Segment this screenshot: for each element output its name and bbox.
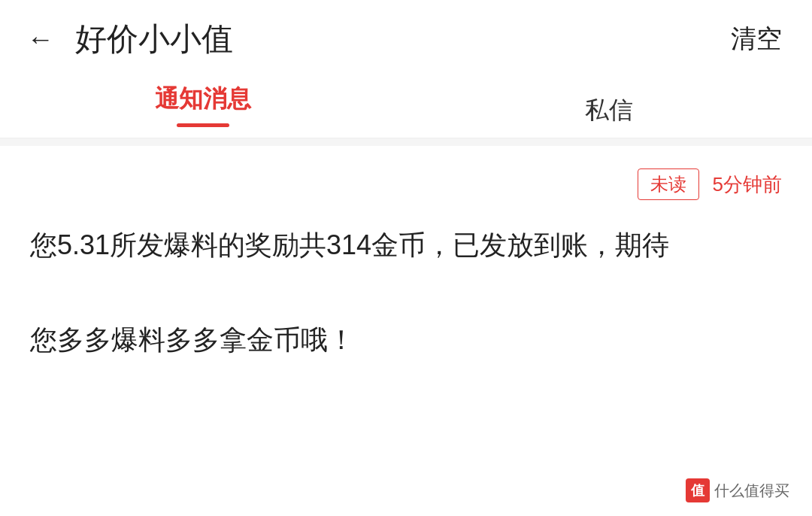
tab-private-label: 私信: [585, 94, 633, 127]
logo-icon: 值: [686, 478, 710, 502]
header: ← 好价小小值 清空: [0, 0, 812, 75]
tabs-container: 通知消息 私信: [0, 83, 812, 138]
message-body: 您5.31所发爆料的奖励共314金币，已发放到账，期待您多多爆料多多拿金币哦！: [30, 221, 782, 363]
watermark-logo: 值 什么值得买: [686, 478, 789, 502]
message-container: 未读 5分钟前 您5.31所发爆料的奖励共314金币，已发放到账，期待您多多爆料…: [0, 146, 812, 378]
header-left: ← 好价小小值: [27, 18, 233, 60]
tab-notification[interactable]: 通知消息: [0, 83, 406, 138]
section-divider: [0, 138, 812, 146]
logo-icon-text: 值: [691, 481, 704, 499]
watermark: 值 什么值得买: [686, 478, 789, 502]
unread-badge: 未读: [638, 168, 699, 200]
clear-button[interactable]: 清空: [731, 22, 782, 56]
message-time: 5分钟前: [713, 171, 782, 198]
page-title: 好价小小值: [75, 18, 233, 60]
logo-text: 什么值得买: [714, 481, 789, 501]
message-meta: 未读 5分钟前: [30, 168, 782, 200]
tab-active-indicator: [177, 123, 229, 127]
back-button[interactable]: ←: [27, 26, 54, 53]
tab-private[interactable]: 私信: [406, 94, 812, 138]
tab-notification-label: 通知消息: [155, 83, 251, 116]
